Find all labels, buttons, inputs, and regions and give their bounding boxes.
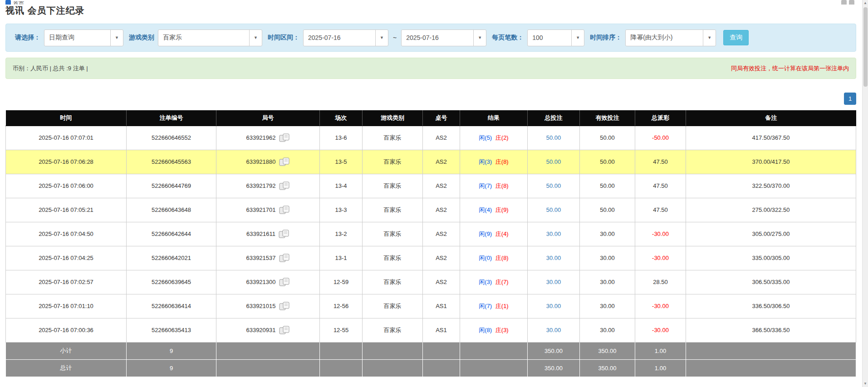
cell-payout: -50.00 xyxy=(635,126,686,150)
home-link[interactable]: 首页 xyxy=(13,0,24,5)
total-bet-link[interactable]: 30.00 xyxy=(546,279,561,285)
page-title: 视讯 会员下注纪录 xyxy=(5,5,868,16)
table-row: 2025-07-16 07:00:36 522660635413 6339209… xyxy=(6,318,856,342)
pagination: 1 xyxy=(5,93,856,105)
table-header-row: 时间 注单编号 局号 场次 游戏类别 桌号 结果 总投注 有效投注 总派彩 备注 xyxy=(6,110,856,126)
scroll-up-icon[interactable]: ▲ xyxy=(863,0,868,6)
cell-session: 12-55 xyxy=(320,318,363,342)
header-note: 备注 xyxy=(686,110,856,126)
table-body: 2025-07-16 07:07:01 522660646552 6339219… xyxy=(6,126,856,342)
round-number: 633921792 xyxy=(246,182,275,189)
view-cards-icon[interactable] xyxy=(279,278,290,286)
chevron-down-icon: ▼ xyxy=(110,30,123,46)
bet-records-table: 时间 注单编号 局号 场次 游戏类别 桌号 结果 总投注 有效投注 总派彩 备注… xyxy=(5,110,856,377)
cell-valid-bet: 30.00 xyxy=(580,222,635,246)
view-cards-icon[interactable] xyxy=(279,254,290,262)
total-bet-link[interactable]: 30.00 xyxy=(546,327,561,333)
round-number: 633921880 xyxy=(246,158,275,165)
sort-dropdown[interactable]: 降幂(由大到小) ▼ xyxy=(625,29,716,46)
grid-icon[interactable] xyxy=(841,0,847,5)
total-bet-link[interactable]: 30.00 xyxy=(546,230,561,237)
subtotal-count: 9 xyxy=(127,342,216,359)
result-banker: 庄(3) xyxy=(495,327,509,333)
subtotal-label: 小计 xyxy=(6,342,127,359)
total-bet-link[interactable]: 50.00 xyxy=(546,182,561,189)
table-row: 2025-07-16 07:04:50 522660642644 6339216… xyxy=(6,222,856,246)
round-number: 633921537 xyxy=(246,255,275,261)
cell-note: 335.00/305.00 xyxy=(686,246,856,270)
cell-bet-id: 522660642644 xyxy=(127,222,216,246)
cell-note: 275.00/322.50 xyxy=(686,198,856,222)
cell-note: 366.50/336.50 xyxy=(686,318,856,342)
cell-round: 633920931 xyxy=(216,318,320,342)
view-cards-icon[interactable] xyxy=(279,181,290,190)
date-from-dropdown[interactable]: 2025-07-16 ▼ xyxy=(303,29,388,46)
cell-payout: 47.50 xyxy=(635,150,686,174)
total-bet-link[interactable]: 50.00 xyxy=(546,206,561,213)
view-cards-icon[interactable] xyxy=(279,302,290,310)
result-player: 闲(0) xyxy=(479,255,492,261)
scrollbar-thumb[interactable] xyxy=(863,7,868,87)
page-size-dropdown[interactable]: 100 ▼ xyxy=(527,29,584,46)
home-icon[interactable] xyxy=(5,0,11,5)
total-bet-link[interactable]: 50.00 xyxy=(546,158,561,165)
header-valid-bet: 有效投注 xyxy=(580,110,635,126)
cell-round: 633921300 xyxy=(216,270,320,294)
game-type-dropdown[interactable]: 百家乐 ▼ xyxy=(158,29,262,46)
total-count: 9 xyxy=(127,359,216,377)
round-number: 633920931 xyxy=(246,327,275,333)
cell-time: 2025-07-16 07:00:36 xyxy=(6,318,127,342)
cell-total-bet: 30.00 xyxy=(528,318,580,342)
scroll-down-icon[interactable]: ▼ xyxy=(863,381,868,387)
cell-valid-bet: 30.00 xyxy=(580,246,635,270)
cell-round: 633921611 xyxy=(216,222,320,246)
total-bet-link[interactable]: 30.00 xyxy=(546,255,561,261)
cell-time: 2025-07-16 07:07:01 xyxy=(6,126,127,150)
game-type-label: 游戏类别 xyxy=(129,34,154,42)
cell-table: AS2 xyxy=(423,174,460,198)
view-cards-icon[interactable] xyxy=(279,326,290,334)
round-number: 633921701 xyxy=(246,206,275,213)
cell-note: 417.50/367.50 xyxy=(686,126,856,150)
result-banker: 庄(2) xyxy=(495,134,509,141)
view-cards-icon[interactable] xyxy=(279,157,290,166)
sort-value: 降幂(由大到小) xyxy=(626,34,703,42)
cell-table: AS2 xyxy=(423,126,460,150)
search-button[interactable]: 查询 xyxy=(723,30,749,45)
chevron-down-icon: ▼ xyxy=(249,30,262,46)
page-size-value: 100 xyxy=(528,34,571,41)
settings-icon[interactable] xyxy=(849,0,854,5)
result-player: 闲(7) xyxy=(479,303,492,309)
result-player: 闲(5) xyxy=(479,134,492,141)
view-cards-icon[interactable] xyxy=(279,133,290,142)
table-row: 2025-07-16 07:01:10 522660636414 6339210… xyxy=(6,294,856,318)
cell-note: 322.50/370.00 xyxy=(686,174,856,198)
select-mode-dropdown[interactable]: 日期查询 ▼ xyxy=(44,29,123,46)
table-row: 2025-07-16 07:04:25 522660642021 6339215… xyxy=(6,246,856,270)
header-bet-id: 注单编号 xyxy=(127,110,216,126)
total-bet-link[interactable]: 30.00 xyxy=(546,303,561,309)
subtotal-valid-bet: 350.00 xyxy=(580,342,635,359)
result-player: 闲(3) xyxy=(479,279,492,285)
cell-payout: 47.50 xyxy=(635,174,686,198)
summary-bar: 币别：人民币 | 总共 :9 注单 | 同局有效投注，统一计算在该局第一张注单内 xyxy=(5,58,856,79)
view-cards-icon[interactable] xyxy=(279,206,290,214)
total-bet-link[interactable]: 50.00 xyxy=(546,134,561,141)
cell-round: 633921792 xyxy=(216,174,320,198)
cell-session: 13-1 xyxy=(320,246,363,270)
game-type-value: 百家乐 xyxy=(158,34,249,42)
date-to-dropdown[interactable]: 2025-07-16 ▼ xyxy=(401,29,486,46)
page-1-button[interactable]: 1 xyxy=(844,93,856,105)
cell-total-bet: 30.00 xyxy=(528,222,580,246)
view-cards-icon[interactable] xyxy=(279,230,289,238)
header-session: 场次 xyxy=(320,110,363,126)
result-player: 闲(3) xyxy=(479,158,492,165)
cell-time: 2025-07-16 07:02:57 xyxy=(6,270,127,294)
vertical-scrollbar[interactable]: ▲ ▼ xyxy=(862,0,868,387)
cell-payout: 28.50 xyxy=(635,270,686,294)
header-table: 桌号 xyxy=(423,110,460,126)
cell-time: 2025-07-16 07:05:21 xyxy=(6,198,127,222)
cell-bet-id: 522660644769 xyxy=(127,174,216,198)
subtotal-payout: 1.00 xyxy=(635,342,686,359)
cell-session: 12-59 xyxy=(320,270,363,294)
